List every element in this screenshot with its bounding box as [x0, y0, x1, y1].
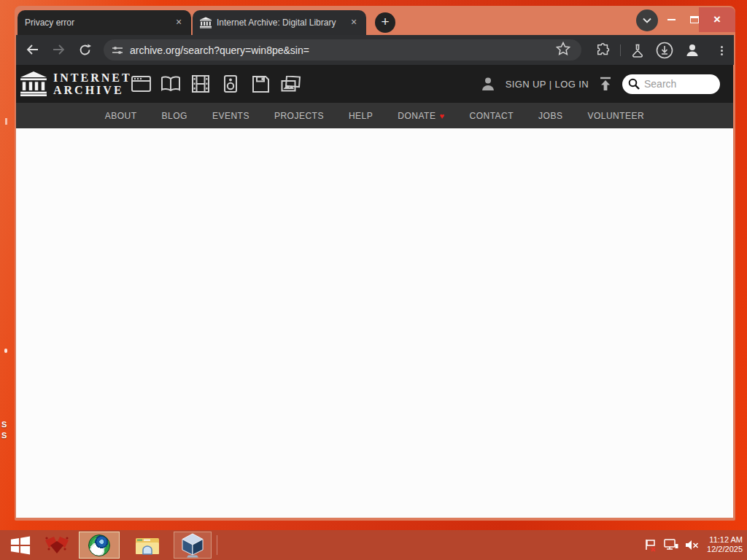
- nav-link-jobs[interactable]: JOBS: [538, 111, 562, 121]
- internet-archive-wordmark: INTERNET ARCHIVE: [53, 71, 132, 96]
- nav-link-contact[interactable]: CONTACT: [469, 111, 514, 121]
- close-icon: ×: [713, 12, 721, 27]
- flask-icon: [631, 44, 644, 58]
- site-search-box[interactable]: [622, 74, 720, 94]
- internet-archive-logo[interactable]: INTERNET ARCHIVE: [20, 71, 132, 96]
- red-app-icon: [44, 535, 70, 556]
- action-center-flag-icon[interactable]: [645, 539, 657, 552]
- tab-title: Internet Archive: Digital Library: [217, 18, 347, 28]
- profile-icon: [684, 42, 700, 58]
- browser-window: Privacy error × Internet Archive: Digita…: [15, 6, 735, 521]
- kebab-menu-icon: [721, 44, 723, 57]
- taskbar: 11:12 AM 12/2/2025: [0, 530, 747, 560]
- web-media-icon[interactable]: [131, 74, 151, 93]
- virtualbox-taskbar-button[interactable]: [174, 532, 212, 559]
- desktop-icon-label-fragment: S: [1, 420, 7, 429]
- experiments-button[interactable]: [629, 42, 646, 59]
- sign-up-link[interactable]: SIGN UP: [506, 79, 546, 90]
- clock-date: 12/2/2025: [707, 545, 743, 554]
- extensions-button[interactable]: [595, 42, 612, 59]
- tab-strip: Privacy error × Internet Archive: Digita…: [15, 6, 735, 35]
- bookmark-button[interactable]: [556, 42, 572, 58]
- profile-button[interactable]: [684, 42, 701, 59]
- nav-link-help[interactable]: HELP: [349, 111, 373, 121]
- close-window-button[interactable]: ×: [699, 7, 735, 32]
- taskbar-clock[interactable]: 11:12 AM 12/2/2025: [707, 535, 743, 554]
- account-area: SIGN UP | LOG IN: [480, 65, 720, 103]
- nav-link-projects[interactable]: PROJECTS: [274, 111, 324, 121]
- site-search-input[interactable]: [644, 78, 714, 90]
- media-type-icons: [131, 74, 301, 93]
- internet-archive-header: INTERNET ARCHIVE: [16, 65, 733, 103]
- nav-link-donate[interactable]: DONATE♥: [398, 111, 444, 121]
- tab-close-icon[interactable]: ×: [347, 16, 360, 29]
- network-status-icon[interactable]: [664, 539, 678, 551]
- address-bar[interactable]: archive.org/search?query=win8pe&sin=: [104, 39, 581, 61]
- site-info-icon[interactable]: [111, 44, 124, 57]
- puzzle-icon: [596, 43, 611, 58]
- file-explorer-icon: [135, 535, 160, 556]
- system-tray: [645, 530, 699, 560]
- file-explorer-taskbar-button[interactable]: [128, 532, 166, 559]
- heart-icon: ♥: [439, 112, 444, 120]
- taskbar-divider: [217, 535, 217, 555]
- video-media-icon[interactable]: [190, 74, 211, 93]
- archive-building-icon: [20, 71, 47, 96]
- tab-title: Privacy error: [25, 18, 172, 28]
- desktop: S S Privacy error × Internet Archive: Di: [0, 0, 747, 560]
- desktop-icon-fragment: [4, 349, 7, 353]
- chevron-down-icon: [643, 18, 651, 23]
- virtualbox-icon: [181, 533, 204, 558]
- log-in-link[interactable]: LOG IN: [555, 79, 589, 90]
- account-divider: |: [549, 79, 552, 90]
- red-app-taskbar-button[interactable]: [41, 532, 73, 559]
- url-text[interactable]: archive.org/search?query=win8pe&sin=: [130, 44, 309, 56]
- clock-time: 11:12 AM: [707, 535, 743, 545]
- tab-search-button[interactable]: [636, 9, 658, 31]
- toolbar-divider: [620, 44, 621, 56]
- desktop-icon-label-fragment: S: [1, 431, 7, 440]
- texts-media-icon[interactable]: [160, 74, 181, 93]
- browser-toolbar: archive.org/search?query=win8pe&sin=: [16, 35, 734, 65]
- back-arrow-icon: [26, 44, 39, 55]
- desktop-icon-fragment: [5, 118, 7, 125]
- windows-logo-icon: [10, 535, 31, 556]
- signup-login-links: SIGN UP | LOG IN: [506, 79, 589, 90]
- forward-arrow-icon: [53, 44, 65, 55]
- reload-icon: [79, 44, 91, 56]
- star-icon: [556, 42, 570, 56]
- browser-app-icon: [88, 534, 110, 556]
- browser-taskbar-button-active[interactable]: [79, 532, 120, 559]
- tab-internet-archive[interactable]: Internet Archive: Digital Library ×: [193, 10, 366, 35]
- page-content: INTERNET ARCHIVE: [16, 65, 733, 518]
- maximize-icon: [690, 16, 699, 23]
- tab-privacy-error[interactable]: Privacy error ×: [18, 10, 191, 35]
- audio-media-icon[interactable]: [220, 74, 241, 93]
- forward-button[interactable]: [50, 41, 67, 58]
- internet-archive-favicon-icon: [200, 17, 212, 28]
- software-media-icon[interactable]: [250, 74, 271, 93]
- tab-close-icon[interactable]: ×: [172, 16, 185, 29]
- search-icon: [628, 78, 640, 90]
- site-nav-bar: ABOUT BLOG EVENTS PROJECTS HELP DONATE♥ …: [16, 103, 733, 128]
- blank-results-area: [16, 128, 733, 518]
- minimize-button[interactable]: [662, 12, 680, 28]
- user-icon: [480, 76, 496, 92]
- upload-icon[interactable]: [598, 77, 613, 91]
- images-media-icon[interactable]: [280, 74, 301, 93]
- download-icon: [656, 42, 673, 59]
- new-tab-button[interactable]: +: [375, 12, 395, 33]
- reload-button[interactable]: [76, 41, 93, 58]
- nav-link-events[interactable]: EVENTS: [212, 111, 249, 121]
- nav-link-volunteer[interactable]: VOLUNTEER: [587, 111, 644, 121]
- browser-menu-button[interactable]: [713, 42, 730, 59]
- downloads-button[interactable]: [656, 42, 673, 59]
- back-button[interactable]: [23, 41, 41, 58]
- minimize-icon: [667, 19, 676, 20]
- volume-muted-icon[interactable]: [685, 539, 699, 551]
- nav-link-about[interactable]: ABOUT: [105, 111, 137, 121]
- start-button[interactable]: [4, 532, 36, 559]
- nav-link-blog[interactable]: BLOG: [162, 111, 187, 121]
